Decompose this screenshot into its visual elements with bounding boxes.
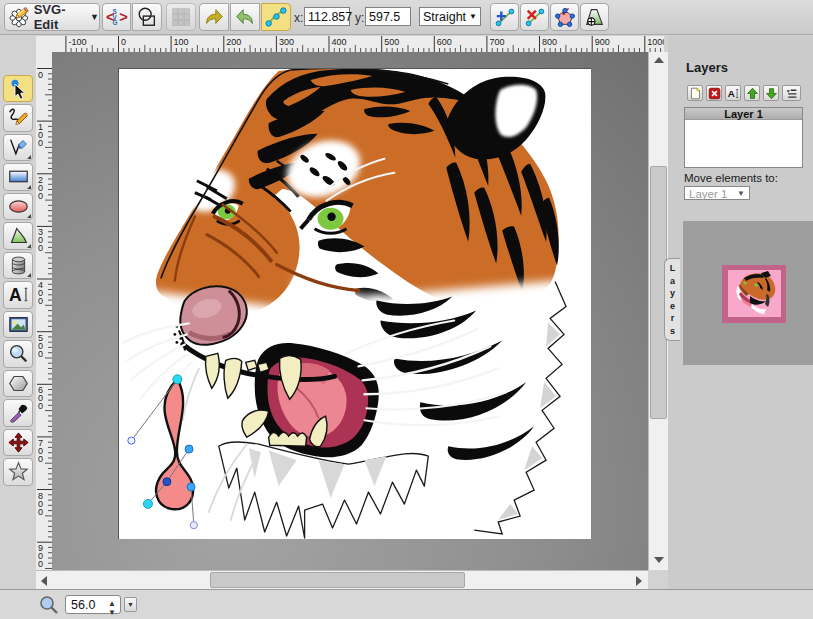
- svg-text:700: 700: [489, 37, 504, 47]
- svg-text:0: 0: [38, 296, 43, 306]
- svg-text:800: 800: [542, 37, 557, 47]
- svg-text:0: 0: [38, 138, 43, 148]
- svg-text:300: 300: [279, 37, 294, 47]
- svg-text:200: 200: [226, 37, 241, 47]
- svg-text:A: A: [727, 88, 734, 99]
- svg-text:100: 100: [174, 37, 189, 47]
- svg-text:A: A: [8, 285, 21, 305]
- svg-text:0: 0: [38, 349, 43, 359]
- svg-text:G: G: [112, 19, 117, 26]
- svg-text:0: 0: [121, 37, 126, 47]
- svg-text:0: 0: [38, 70, 43, 80]
- svg-text:0: 0: [38, 559, 43, 569]
- svg-text:600: 600: [437, 37, 452, 47]
- svg-text:0: 0: [38, 191, 43, 201]
- svg-text:0: 0: [38, 401, 43, 411]
- svg-text:0: 0: [38, 243, 43, 253]
- svg-text:0: 0: [38, 454, 43, 464]
- svg-text:900: 900: [595, 37, 610, 47]
- svg-text:-100: -100: [68, 37, 86, 47]
- svg-text:>: >: [119, 9, 128, 25]
- svg-text:1000: 1000: [647, 37, 664, 47]
- svg-text:500: 500: [384, 37, 399, 47]
- svg-text:0: 0: [38, 507, 43, 517]
- svg-text:400: 400: [332, 37, 347, 47]
